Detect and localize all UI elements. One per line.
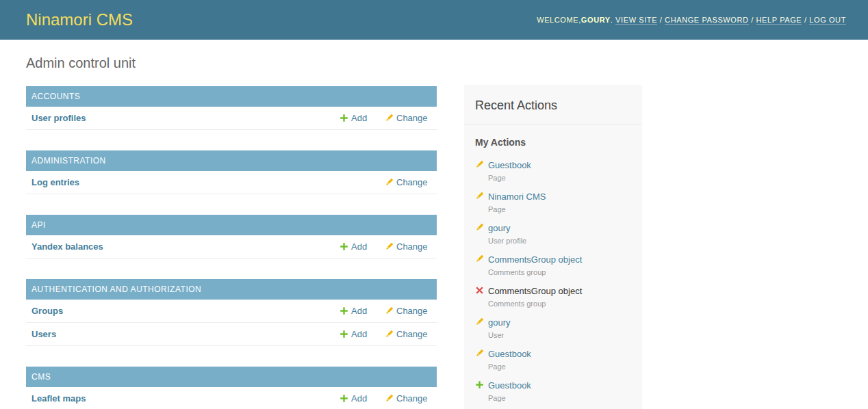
user-tools-link-change-password[interactable]: CHANGE PASSWORD: [665, 16, 748, 25]
module-caption-link[interactable]: CMS: [26, 367, 437, 387]
recent-action-link[interactable]: Guestbook: [488, 380, 531, 391]
add-label: Add: [351, 393, 367, 404]
change-cell: Change: [385, 241, 437, 252]
add-link[interactable]: Add: [340, 306, 367, 316]
change-label: Change: [396, 306, 428, 316]
recent-action-type: Comments group: [488, 298, 631, 309]
add-label: Add: [351, 241, 367, 252]
recent-actions-title: Recent Actions: [464, 85, 642, 124]
change-link[interactable]: Change: [385, 113, 428, 123]
pencil-icon: [475, 223, 484, 232]
welcome-text: .: [611, 16, 613, 24]
change-cell: Change: [385, 306, 437, 316]
pencil-icon: [475, 254, 484, 263]
add-link[interactable]: Add: [340, 329, 367, 339]
model-row: Leaflet maps Add Change: [26, 387, 437, 409]
pencil-icon: [475, 317, 484, 326]
recent-action-text: CommentsGroup object: [488, 286, 582, 296]
recent-action-type: Page: [488, 393, 631, 404]
module-caption-link[interactable]: API: [26, 215, 437, 235]
recent-actions-panel: Recent Actions My Actions Guestbook Page…: [464, 85, 642, 409]
pencil-icon: [385, 242, 394, 251]
model-link[interactable]: User profiles: [26, 113, 340, 123]
pencil-icon: [385, 178, 394, 187]
pencil-icon: [475, 192, 484, 200]
add-cell: Add: [340, 113, 385, 123]
change-cell: Change: [385, 177, 437, 187]
recent-action-item: Guestbook Page: [475, 379, 631, 404]
pencil-icon: [385, 394, 394, 403]
add-link[interactable]: Add: [340, 393, 367, 404]
module-caption-link[interactable]: ACCOUNTS: [26, 86, 437, 107]
pencil-icon: [385, 330, 394, 339]
model-row: Yandex balances Add Change: [26, 235, 437, 259]
user-tools-link-view-site[interactable]: VIEW SITE: [615, 16, 657, 25]
recent-action-link[interactable]: goury: [488, 317, 511, 328]
model-link[interactable]: Log entries: [26, 177, 340, 187]
recent-action-type: Comments group: [488, 267, 631, 278]
username: GOURY: [581, 16, 611, 24]
site-brand[interactable]: Ninamori CMS: [26, 12, 133, 28]
change-label: Change: [396, 241, 428, 252]
pencil-icon: [475, 160, 484, 169]
recent-action-item: goury User profile: [475, 222, 631, 246]
recent-action-link[interactable]: Guestbook: [488, 349, 531, 359]
pencil-icon: [475, 349, 484, 358]
change-link[interactable]: Change: [385, 393, 428, 404]
change-link[interactable]: Change: [385, 241, 428, 252]
add-link[interactable]: Add: [340, 241, 367, 252]
recent-action-type: User profile: [488, 235, 631, 246]
app-module: AUTHENTICATION AND AUTHORIZATION Groups …: [26, 279, 437, 346]
change-label: Change: [396, 113, 428, 123]
recent-action-link[interactable]: goury: [488, 223, 511, 233]
recent-action-type: User: [488, 330, 631, 341]
model-link[interactable]: Groups: [26, 306, 340, 316]
plus-icon: [475, 380, 484, 389]
content: Admin control unit ACCOUNTS User profile…: [0, 40, 868, 409]
change-cell: Change: [385, 113, 437, 123]
module-caption-link[interactable]: AUTHENTICATION AND AUTHORIZATION: [26, 279, 437, 300]
recent-action-type: Page: [488, 204, 631, 215]
recent-action-item: goury User: [475, 316, 631, 341]
module-caption-link[interactable]: ADMINISTRATION: [26, 150, 437, 171]
recent-action-link[interactable]: CommentsGroup object: [488, 254, 582, 265]
add-cell: Add: [340, 393, 385, 404]
pencil-icon: [385, 306, 394, 315]
change-cell: Change: [385, 329, 437, 339]
plus-icon: [340, 330, 348, 339]
plus-icon: [340, 114, 348, 122]
add-link[interactable]: Add: [340, 113, 367, 123]
model-link[interactable]: Users: [26, 329, 340, 339]
recent-action-type: Page: [488, 361, 631, 372]
change-link[interactable]: Change: [385, 329, 428, 339]
model-row: Log entries Change: [26, 171, 437, 194]
plus-icon: [340, 306, 348, 315]
model-row: Groups Add Change: [26, 300, 437, 323]
recent-action-link[interactable]: Guestbook: [488, 160, 531, 170]
add-cell: Add: [340, 329, 385, 339]
change-label: Change: [396, 177, 428, 187]
add-cell: Add: [340, 241, 385, 252]
recent-action-type: Page: [488, 172, 631, 183]
add-label: Add: [351, 329, 367, 339]
model-link[interactable]: Yandex balances: [26, 241, 340, 252]
change-link[interactable]: Change: [385, 177, 428, 187]
recent-action-link[interactable]: Ninamori CMS: [488, 192, 546, 202]
change-link[interactable]: Change: [385, 306, 428, 316]
welcome-text: WELCOME,: [537, 16, 581, 24]
user-tools-link-help-page[interactable]: HELP PAGE: [756, 16, 802, 25]
recent-action-item: Ninamori CMS Page: [475, 190, 631, 215]
page-title: Admin control unit: [26, 56, 437, 70]
user-tools-link-log-out[interactable]: LOG OUT: [809, 16, 846, 25]
recent-action-item: CommentsGroup object Comments group: [475, 285, 631, 309]
app-module: CMS Leaflet maps Add Change: [26, 367, 437, 409]
change-label: Change: [396, 329, 428, 339]
change-cell: Change: [385, 393, 437, 404]
action-list: Guestbook Page Ninamori CMS Page goury U…: [475, 159, 631, 409]
cross-icon: [475, 286, 484, 295]
my-actions-heading: My Actions: [475, 137, 631, 148]
recent-action-item: Guestbook Page: [475, 347, 631, 372]
model-link[interactable]: Leaflet maps: [26, 393, 340, 404]
app-module: ACCOUNTS User profiles Add Change: [26, 86, 437, 130]
user-tools: WELCOME,GOURY. VIEW SITE / CHANGE PASSWO…: [537, 16, 846, 24]
